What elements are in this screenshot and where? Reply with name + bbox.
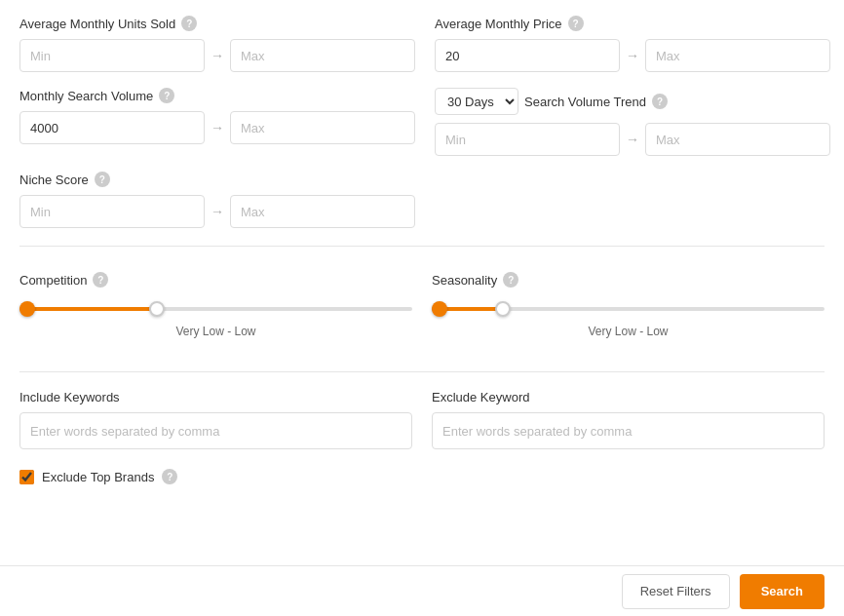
avg-monthly-price-label: Average Monthly Price ? (435, 16, 830, 31)
bottom-bar: Reset Filters Search (0, 565, 844, 616)
reset-filters-button[interactable]: Reset Filters (622, 574, 730, 609)
avg-monthly-units-group: Average Monthly Units Sold ? → (19, 16, 415, 72)
filter-panel: Average Monthly Units Sold ? → Average M… (0, 0, 844, 616)
avg-monthly-price-group: Average Monthly Price ? → (435, 16, 830, 72)
include-keywords-group: Include Keywords (19, 390, 412, 449)
seasonality-thumb-left[interactable] (432, 301, 447, 317)
avg-monthly-price-inputs: → (435, 39, 830, 72)
search-button[interactable]: Search (740, 574, 825, 609)
include-keywords-input[interactable] (19, 412, 412, 449)
row-niche-score: Niche Score ? → (19, 172, 825, 228)
exclude-keyword-group: Exclude Keyword (432, 390, 825, 449)
exclude-brands-row: Exclude Top Brands ? (19, 469, 825, 484)
divider-1 (19, 246, 825, 247)
exclude-brands-help-icon[interactable]: ? (162, 469, 177, 484)
row-search-volume: Monthly Search Volume ? → 30 Days 7 Days… (19, 88, 825, 156)
monthly-search-volume-inputs: → (19, 111, 415, 144)
exclude-keyword-label: Exclude Keyword (432, 390, 825, 404)
competition-label: Competition ? (19, 272, 412, 288)
arrow-sep-3: → (211, 120, 224, 135)
avg-monthly-price-help-icon[interactable]: ? (568, 16, 584, 31)
avg-monthly-units-min[interactable] (19, 39, 205, 72)
seasonality-value-label: Very Low - Low (432, 325, 825, 338)
niche-score-inputs: → (19, 195, 412, 228)
niche-score-group: Niche Score ? → (19, 172, 412, 228)
monthly-search-volume-label: Monthly Search Volume ? (19, 88, 415, 103)
exclude-keyword-input[interactable] (432, 412, 825, 449)
niche-score-label: Niche Score ? (19, 172, 412, 187)
competition-fill (19, 307, 157, 311)
arrow-sep-4: → (626, 132, 639, 147)
avg-monthly-units-max[interactable] (230, 39, 415, 72)
monthly-search-volume-max[interactable] (230, 111, 415, 144)
competition-slider-wrapper[interactable] (19, 299, 412, 319)
niche-score-help-icon[interactable]: ? (95, 172, 110, 187)
divider-2 (19, 371, 825, 372)
sliders-section: Competition ? Very Low - Low Seasonality… (19, 264, 825, 354)
slider-row: Competition ? Very Low - Low Seasonality… (19, 272, 825, 338)
search-volume-trend-help-icon[interactable]: ? (652, 94, 668, 109)
arrow-sep-1: → (211, 48, 224, 63)
avg-monthly-units-help-icon[interactable]: ? (181, 16, 197, 31)
seasonality-slider-wrapper[interactable] (432, 299, 825, 319)
exclude-brands-checkbox[interactable] (19, 470, 34, 484)
competition-help-icon[interactable]: ? (93, 272, 108, 288)
exclude-brands-label[interactable]: Exclude Top Brands (42, 470, 154, 484)
avg-monthly-units-inputs: → (19, 39, 415, 72)
avg-monthly-units-label: Average Monthly Units Sold ? (19, 16, 415, 31)
competition-thumb-right[interactable] (149, 301, 165, 317)
search-volume-trend-inputs: → (435, 123, 830, 156)
competition-thumb-left[interactable] (19, 301, 35, 317)
keywords-section: Include Keywords Exclude Keyword (19, 390, 825, 449)
seasonality-help-icon[interactable]: ? (503, 272, 518, 288)
include-keywords-label: Include Keywords (19, 390, 412, 404)
row-units-price: Average Monthly Units Sold ? → Average M… (19, 16, 825, 72)
seasonality-slider-group: Seasonality ? Very Low - Low (432, 272, 825, 338)
monthly-search-volume-group: Monthly Search Volume ? → (19, 88, 415, 144)
arrow-sep-2: → (626, 48, 639, 63)
trend-days-dropdown[interactable]: 30 Days 7 Days 90 Days (435, 88, 518, 115)
niche-score-max[interactable] (230, 195, 415, 228)
competition-value-label: Very Low - Low (19, 325, 412, 338)
niche-score-min[interactable] (19, 195, 205, 228)
keywords-row: Include Keywords Exclude Keyword (19, 390, 825, 449)
arrow-sep-5: → (211, 204, 224, 219)
monthly-search-volume-min[interactable] (19, 111, 205, 144)
avg-monthly-price-max[interactable] (645, 39, 830, 72)
seasonality-thumb-right[interactable] (495, 301, 511, 317)
search-volume-trend-group: 30 Days 7 Days 90 Days Search Volume Tre… (435, 88, 830, 156)
search-volume-trend-min[interactable] (435, 123, 620, 156)
competition-slider-group: Competition ? Very Low - Low (19, 272, 412, 338)
monthly-search-volume-help-icon[interactable]: ? (159, 88, 174, 103)
seasonality-label: Seasonality ? (432, 272, 825, 288)
avg-monthly-price-min[interactable] (435, 39, 620, 72)
search-volume-trend-max[interactable] (645, 123, 830, 156)
search-volume-trend-label: 30 Days 7 Days 90 Days Search Volume Tre… (435, 88, 830, 115)
